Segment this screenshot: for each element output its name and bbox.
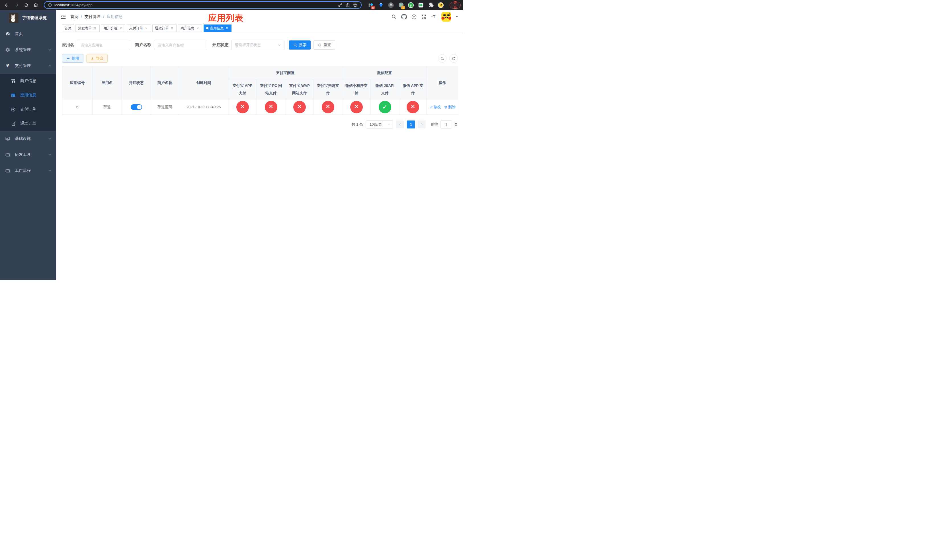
app-title: 芋道管理系统 — [22, 15, 47, 21]
active-dot — [206, 27, 209, 29]
add-button[interactable]: 新增 — [62, 54, 83, 63]
sidebar-item-system[interactable]: 系统管理 — [0, 42, 56, 58]
breadcrumb-home[interactable]: 首页 — [70, 14, 78, 20]
reset-button[interactable]: 重置 — [313, 41, 335, 50]
extension-chat[interactable] — [418, 2, 424, 8]
tab-label: 商户信息 — [180, 26, 194, 31]
sidebar-menu: 首页 系统管理 ¥ 支付管理 商户信息 应用信息 — [0, 26, 56, 280]
sidebar-item-home[interactable]: 首页 — [0, 26, 56, 42]
sidebar-item-merchant-info[interactable]: 商户信息 — [0, 74, 56, 88]
sidebar-item-dev-tools[interactable]: 研发工具 — [0, 147, 56, 163]
sidebar-item-refund-orders[interactable]: 退款订单 — [0, 117, 56, 131]
url-bar[interactable]: localhost:1024/pay/app — [44, 1, 362, 9]
tab-pay-orders[interactable]: 支付订单× — [127, 24, 151, 32]
browser-forward-button[interactable] — [12, 1, 21, 9]
tab-process-form[interactable]: 流程表单× — [76, 24, 100, 32]
tab-user-group[interactable]: 用户分组× — [101, 24, 125, 32]
tab-app-info[interactable]: 应用信息× — [204, 24, 232, 32]
extension-command[interactable]: ⌘ — [388, 2, 394, 8]
chevron-right-icon — [420, 123, 424, 126]
status-select[interactable]: 请选择开启状态 — [231, 40, 284, 50]
cell-actions: 修改删除 — [427, 100, 458, 115]
goto-page-input[interactable] — [440, 121, 452, 129]
browser-reload-button[interactable] — [22, 1, 30, 9]
app-shell: 芋道管理系统 首页 系统管理 ¥ 支付管理 商户信息 — [0, 10, 463, 280]
delete-link[interactable]: 删除 — [444, 104, 455, 110]
merchant-name-input[interactable] — [154, 40, 207, 50]
edit-link[interactable]: 修改 — [430, 104, 441, 110]
url-host: localhost — [54, 3, 69, 7]
chevron-up-icon — [48, 64, 51, 68]
sidebar-item-infrastructure[interactable]: 基础设施 — [0, 131, 56, 147]
toggle-search-button[interactable] — [438, 54, 446, 63]
trash-icon — [444, 105, 447, 109]
page-size-select[interactable]: 10条/页 — [366, 121, 393, 129]
status-cross-icon — [293, 101, 306, 114]
browser-back-button[interactable] — [3, 1, 11, 9]
bookmark-star-button[interactable] — [353, 3, 358, 8]
user-avatar[interactable] — [441, 12, 451, 22]
status-cross-icon — [322, 101, 334, 114]
col-actions: 操作 — [427, 67, 458, 100]
gear-icon — [5, 47, 10, 52]
refresh-table-button[interactable] — [449, 54, 458, 63]
browser-update-button[interactable]: 更新 — [449, 2, 461, 9]
close-icon[interactable]: × — [170, 26, 174, 30]
share-icon — [345, 3, 350, 8]
password-key-button[interactable] — [338, 3, 343, 8]
extension-emoji[interactable] — [438, 2, 444, 8]
extensions-puzzle-button[interactable] — [428, 2, 434, 8]
tab-label: 流程表单 — [78, 26, 92, 31]
fullscreen-button[interactable] — [421, 14, 427, 20]
github-link-button[interactable] — [401, 14, 407, 20]
sidebar-item-payment[interactable]: ¥ 支付管理 — [0, 58, 56, 74]
close-icon[interactable]: × — [225, 26, 229, 30]
sidebar-item-label: 系统管理 — [15, 47, 44, 52]
search-button[interactable]: 搜索 — [289, 41, 311, 50]
cell-app-name: 芋道 — [92, 100, 122, 115]
breadcrumb-payment[interactable]: 支付管理 — [85, 14, 100, 20]
tab-home[interactable]: 首页 — [62, 24, 74, 32]
extension-balloon[interactable] — [378, 2, 384, 8]
browser-home-button[interactable] — [32, 1, 40, 9]
sidebar-item-workflow[interactable]: 工作流程 — [0, 163, 56, 179]
search-form: 应用名 商户名称 开启状态 请选择开启状态 搜索 重置 — [62, 40, 458, 50]
next-page-button[interactable] — [418, 121, 426, 129]
extension-blue-diamond[interactable]: 10 — [368, 2, 374, 8]
close-icon[interactable]: × — [144, 26, 148, 30]
sidebar-item-pay-orders[interactable]: ¥ 支付订单 — [0, 102, 56, 117]
sidebar-item-label: 商户信息 — [20, 78, 36, 83]
cell-alipay-pc — [257, 100, 285, 115]
tab-label: 支付订单 — [129, 26, 143, 31]
status-toggle[interactable] — [131, 104, 142, 110]
refresh-icon — [452, 56, 456, 61]
caret-down-icon[interactable] — [455, 15, 458, 18]
close-icon[interactable]: × — [196, 26, 200, 30]
tab-merchant-info[interactable]: 商户信息× — [178, 24, 202, 32]
share-button[interactable] — [345, 3, 350, 8]
font-size-button[interactable]: TT — [431, 15, 436, 19]
page-suffix-label: 页 — [454, 122, 458, 127]
search-icon — [391, 14, 396, 20]
prev-page-button[interactable] — [396, 121, 404, 129]
header-search-button[interactable] — [391, 14, 397, 20]
sidebar-item-app-info[interactable]: 应用信息 — [0, 88, 56, 102]
help-button[interactable]: ? — [411, 14, 417, 20]
extension-tray: 10 ⌘ 1 y — [368, 2, 444, 8]
export-button[interactable]: 导出 — [86, 54, 107, 63]
yen-icon: ¥ — [5, 63, 10, 68]
extension-yuque[interactable]: y — [408, 2, 414, 8]
page-number-1[interactable]: 1 — [407, 121, 415, 129]
tab-refund-orders[interactable]: 退款订单× — [152, 24, 177, 32]
browser-chrome: localhost:1024/pay/app 10 ⌘ 1 y — [0, 0, 463, 10]
document-icon — [11, 121, 16, 126]
sidebar-collapse-icon[interactable] — [60, 14, 67, 20]
app-name-input[interactable] — [77, 40, 130, 50]
plus-icon — [67, 57, 70, 61]
command-icon: ⌘ — [388, 2, 394, 8]
status-cross-icon — [265, 101, 277, 114]
extension-recorder[interactable]: 1 — [398, 2, 404, 8]
close-icon[interactable]: × — [93, 26, 97, 30]
close-icon[interactable]: × — [119, 26, 123, 30]
col-create-time: 创建时间 — [179, 67, 228, 100]
